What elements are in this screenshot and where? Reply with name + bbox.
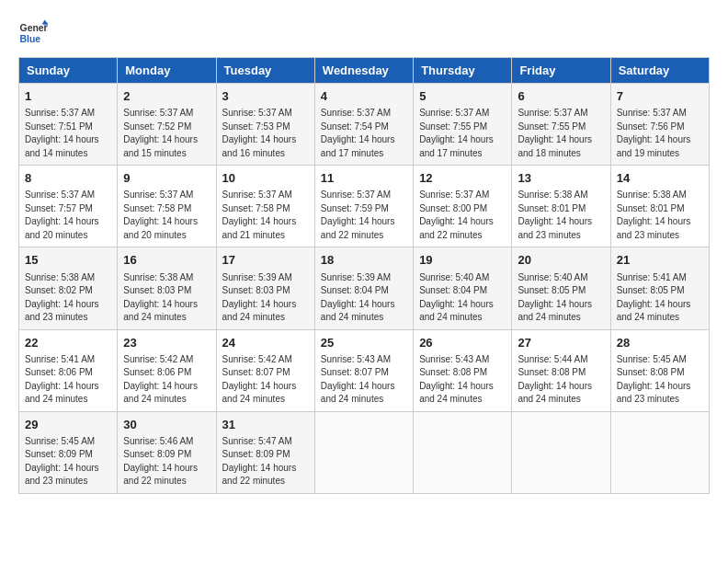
day-info: Sunrise: 5:37 AM Sunset: 7:58 PM Dayligh… — [123, 189, 210, 242]
day-info: Sunrise: 5:37 AM Sunset: 7:52 PM Dayligh… — [123, 107, 210, 160]
day-number: 21 — [617, 252, 703, 269]
calendar-day-cell: 10 Sunrise: 5:37 AM Sunset: 7:58 PM Dayl… — [216, 166, 314, 247]
day-number: 2 — [123, 88, 210, 105]
page-header: General Blue — [18, 18, 710, 48]
day-number: 4 — [321, 88, 407, 105]
calendar-day-cell: 27 Sunrise: 5:44 AM Sunset: 8:08 PM Dayl… — [512, 329, 610, 411]
day-info: Sunrise: 5:44 AM Sunset: 8:08 PM Dayligh… — [518, 353, 604, 407]
day-info: Sunrise: 5:43 AM Sunset: 8:08 PM Dayligh… — [419, 353, 506, 407]
logo-icon: General Blue — [18, 18, 48, 48]
day-info: Sunrise: 5:37 AM Sunset: 7:59 PM Dayligh… — [321, 189, 407, 242]
day-number: 22 — [25, 335, 111, 351]
calendar-day-cell: 26 Sunrise: 5:43 AM Sunset: 8:08 PM Dayl… — [414, 329, 512, 411]
calendar-table: SundayMondayTuesdayWednesdayThursdayFrid… — [18, 57, 710, 494]
day-info: Sunrise: 5:42 AM Sunset: 8:06 PM Dayligh… — [123, 353, 210, 407]
calendar-day-cell: 14 Sunrise: 5:38 AM Sunset: 8:01 PM Dayl… — [610, 166, 709, 247]
day-info: Sunrise: 5:42 AM Sunset: 8:07 PM Dayligh… — [222, 353, 309, 407]
calendar-day-cell: 29 Sunrise: 5:45 AM Sunset: 8:09 PM Dayl… — [19, 411, 118, 493]
weekday-header-sunday: Sunday — [19, 58, 118, 84]
day-number: 30 — [123, 417, 210, 433]
day-number: 7 — [617, 88, 703, 105]
day-number: 25 — [321, 335, 407, 351]
calendar-day-cell: 12 Sunrise: 5:37 AM Sunset: 8:00 PM Dayl… — [414, 166, 512, 247]
day-info: Sunrise: 5:38 AM Sunset: 8:01 PM Dayligh… — [617, 189, 703, 242]
day-number: 27 — [518, 335, 604, 351]
day-number: 24 — [222, 335, 309, 351]
logo: General Blue — [18, 18, 51, 48]
day-info: Sunrise: 5:45 AM Sunset: 8:08 PM Dayligh… — [617, 353, 703, 407]
day-number: 15 — [25, 252, 111, 269]
weekday-header-tuesday: Tuesday — [216, 58, 314, 84]
day-number: 8 — [25, 170, 111, 187]
calendar-day-cell: 2 Sunrise: 5:37 AM Sunset: 7:52 PM Dayli… — [118, 84, 216, 166]
calendar-day-cell: 23 Sunrise: 5:42 AM Sunset: 8:06 PM Dayl… — [118, 329, 216, 411]
calendar-week-1: 1 Sunrise: 5:37 AM Sunset: 7:51 PM Dayli… — [19, 84, 710, 166]
day-number: 13 — [518, 170, 604, 187]
day-number: 28 — [617, 335, 703, 351]
day-number: 18 — [321, 252, 407, 269]
svg-text:General: General — [20, 23, 48, 33]
day-info: Sunrise: 5:37 AM Sunset: 7:57 PM Dayligh… — [25, 189, 111, 242]
calendar-day-cell: 16 Sunrise: 5:38 AM Sunset: 8:03 PM Dayl… — [118, 247, 216, 329]
day-info: Sunrise: 5:37 AM Sunset: 7:53 PM Dayligh… — [222, 107, 309, 160]
day-number: 31 — [222, 417, 309, 433]
calendar-day-cell: 6 Sunrise: 5:37 AM Sunset: 7:55 PM Dayli… — [512, 84, 610, 166]
weekday-header-monday: Monday — [118, 58, 216, 84]
day-number: 26 — [419, 335, 506, 351]
calendar-day-cell — [314, 411, 413, 493]
day-info: Sunrise: 5:43 AM Sunset: 8:07 PM Dayligh… — [321, 353, 407, 407]
calendar-day-cell — [610, 411, 709, 493]
calendar-day-cell: 9 Sunrise: 5:37 AM Sunset: 7:58 PM Dayli… — [118, 166, 216, 247]
calendar-day-cell — [414, 411, 512, 493]
day-info: Sunrise: 5:38 AM Sunset: 8:03 PM Dayligh… — [123, 271, 210, 325]
calendar-week-2: 8 Sunrise: 5:37 AM Sunset: 7:57 PM Dayli… — [19, 166, 710, 247]
day-number: 14 — [617, 170, 703, 187]
calendar-day-cell: 15 Sunrise: 5:38 AM Sunset: 8:02 PM Dayl… — [19, 247, 118, 329]
day-info: Sunrise: 5:39 AM Sunset: 8:04 PM Dayligh… — [321, 271, 407, 325]
day-number: 1 — [25, 88, 111, 105]
day-number: 11 — [321, 170, 407, 187]
day-info: Sunrise: 5:45 AM Sunset: 8:09 PM Dayligh… — [25, 435, 111, 488]
day-number: 3 — [222, 88, 309, 105]
day-info: Sunrise: 5:46 AM Sunset: 8:09 PM Dayligh… — [123, 435, 210, 488]
day-number: 29 — [25, 417, 111, 433]
day-number: 9 — [123, 170, 210, 187]
calendar-day-cell: 19 Sunrise: 5:40 AM Sunset: 8:04 PM Dayl… — [414, 247, 512, 329]
day-info: Sunrise: 5:40 AM Sunset: 8:05 PM Dayligh… — [518, 271, 604, 325]
day-number: 19 — [419, 252, 506, 269]
day-info: Sunrise: 5:40 AM Sunset: 8:04 PM Dayligh… — [419, 271, 506, 325]
calendar-day-cell: 18 Sunrise: 5:39 AM Sunset: 8:04 PM Dayl… — [314, 247, 413, 329]
day-info: Sunrise: 5:37 AM Sunset: 7:58 PM Dayligh… — [222, 189, 309, 242]
weekday-header-friday: Friday — [512, 58, 610, 84]
calendar-day-cell: 20 Sunrise: 5:40 AM Sunset: 8:05 PM Dayl… — [512, 247, 610, 329]
calendar-day-cell: 21 Sunrise: 5:41 AM Sunset: 8:05 PM Dayl… — [610, 247, 709, 329]
calendar-day-cell: 28 Sunrise: 5:45 AM Sunset: 8:08 PM Dayl… — [610, 329, 709, 411]
day-info: Sunrise: 5:37 AM Sunset: 7:55 PM Dayligh… — [419, 107, 506, 160]
calendar-day-cell: 31 Sunrise: 5:47 AM Sunset: 8:09 PM Dayl… — [216, 411, 314, 493]
day-number: 16 — [123, 252, 210, 269]
calendar-day-cell: 24 Sunrise: 5:42 AM Sunset: 8:07 PM Dayl… — [216, 329, 314, 411]
day-number: 17 — [222, 252, 309, 269]
calendar-body: 1 Sunrise: 5:37 AM Sunset: 7:51 PM Dayli… — [19, 84, 710, 494]
calendar-header-row: SundayMondayTuesdayWednesdayThursdayFrid… — [19, 58, 710, 84]
day-info: Sunrise: 5:41 AM Sunset: 8:06 PM Dayligh… — [25, 353, 111, 407]
svg-text:Blue: Blue — [20, 34, 41, 44]
day-info: Sunrise: 5:38 AM Sunset: 8:01 PM Dayligh… — [518, 189, 604, 242]
day-number: 5 — [419, 88, 506, 105]
calendar-day-cell: 7 Sunrise: 5:37 AM Sunset: 7:56 PM Dayli… — [610, 84, 709, 166]
calendar-day-cell: 5 Sunrise: 5:37 AM Sunset: 7:55 PM Dayli… — [414, 84, 512, 166]
calendar-day-cell: 17 Sunrise: 5:39 AM Sunset: 8:03 PM Dayl… — [216, 247, 314, 329]
day-info: Sunrise: 5:37 AM Sunset: 8:00 PM Dayligh… — [419, 189, 506, 242]
calendar-day-cell: 8 Sunrise: 5:37 AM Sunset: 7:57 PM Dayli… — [19, 166, 118, 247]
day-info: Sunrise: 5:37 AM Sunset: 7:55 PM Dayligh… — [518, 107, 604, 160]
day-number: 6 — [518, 88, 604, 105]
calendar-day-cell: 22 Sunrise: 5:41 AM Sunset: 8:06 PM Dayl… — [19, 329, 118, 411]
day-info: Sunrise: 5:47 AM Sunset: 8:09 PM Dayligh… — [222, 435, 309, 488]
calendar-week-5: 29 Sunrise: 5:45 AM Sunset: 8:09 PM Dayl… — [19, 411, 710, 493]
day-info: Sunrise: 5:37 AM Sunset: 7:56 PM Dayligh… — [617, 107, 703, 160]
calendar-day-cell: 25 Sunrise: 5:43 AM Sunset: 8:07 PM Dayl… — [314, 329, 413, 411]
calendar-day-cell: 4 Sunrise: 5:37 AM Sunset: 7:54 PM Dayli… — [314, 84, 413, 166]
calendar-day-cell: 1 Sunrise: 5:37 AM Sunset: 7:51 PM Dayli… — [19, 84, 118, 166]
day-info: Sunrise: 5:38 AM Sunset: 8:02 PM Dayligh… — [25, 271, 111, 325]
day-info: Sunrise: 5:37 AM Sunset: 7:54 PM Dayligh… — [321, 107, 407, 160]
